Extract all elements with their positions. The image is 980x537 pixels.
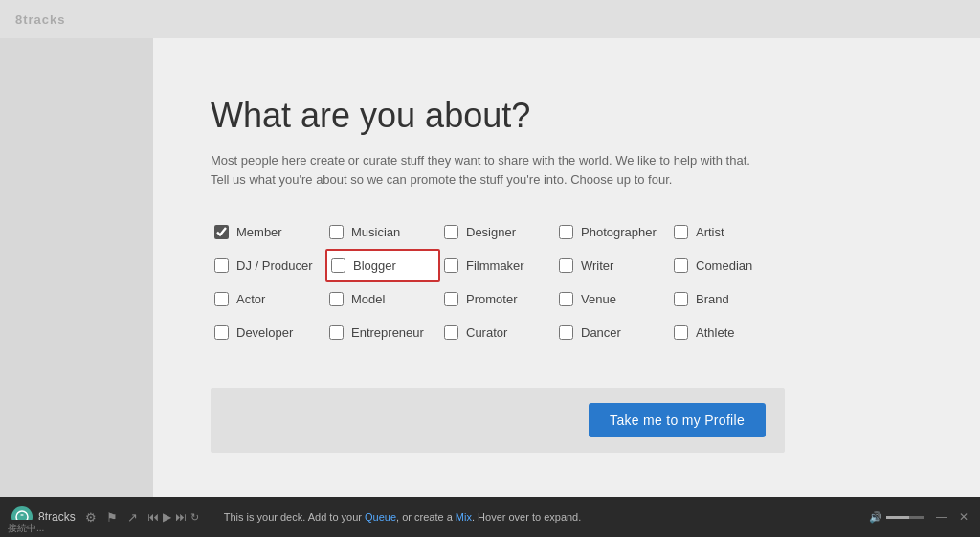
checkbox-label-member: Member [236, 225, 282, 239]
checkbox-label-curator: Curator [466, 325, 507, 340]
checkbox-item-member[interactable]: Member [211, 215, 325, 249]
close-icon[interactable]: ✕ [959, 510, 969, 524]
checkbox-musician[interactable] [329, 225, 344, 239]
checkbox-dancer[interactable] [559, 325, 573, 340]
checkbox-entrepreneur[interactable] [329, 325, 344, 340]
checkbox-item-musician[interactable]: Musician [325, 215, 440, 249]
checkbox-item-curator[interactable]: Curator [440, 316, 555, 349]
volume-control[interactable]: 🔊 [869, 511, 924, 524]
taskbar-text: This is your deck. Add to your Queue, or… [224, 511, 859, 523]
checkbox-item-filmmaker[interactable]: Filmmaker [440, 249, 555, 282]
checkbox-label-musician: Musician [351, 225, 400, 239]
checkbox-label-dancer: Dancer [581, 325, 621, 340]
checkbox-model[interactable] [329, 292, 344, 306]
checkbox-label-artist: Artist [696, 225, 724, 239]
checkbox-filmmaker[interactable] [444, 258, 458, 273]
next-button[interactable]: ⏭ [175, 510, 187, 524]
checkbox-actor[interactable] [214, 292, 229, 306]
checkbox-item-venue[interactable]: Venue [555, 282, 670, 316]
minimize-icon[interactable]: — [936, 510, 947, 524]
taskbar-controls: ⚙ ⚑ ↗ [85, 510, 138, 525]
checkbox-label-entrepreneur: Entrepreneur [351, 325, 424, 340]
flag-icon[interactable]: ⚑ [106, 510, 118, 525]
checkbox-label-model: Model [351, 292, 385, 306]
settings-icon[interactable]: ⚙ [85, 510, 97, 525]
checkbox-item-writer[interactable]: Writer [555, 249, 670, 282]
checkbox-item-designer[interactable]: Designer [440, 215, 555, 249]
checkbox-label-dj-producer: DJ / Producer [236, 258, 312, 273]
checkbox-blogger[interactable] [331, 258, 345, 273]
checkbox-label-developer: Developer [236, 325, 293, 340]
checkbox-comedian[interactable] [674, 258, 688, 273]
top-bar: 8tracks [0, 0, 980, 38]
checkbox-label-filmmaker: Filmmaker [466, 258, 524, 273]
checkbox-writer[interactable] [559, 258, 573, 273]
checkbox-label-blogger: Blogger [353, 258, 396, 273]
transport-controls: ⏮ ▶ ⏭ ↻ [147, 510, 199, 524]
checkbox-photographer[interactable] [559, 225, 573, 239]
checkbox-label-comedian: Comedian [696, 258, 752, 273]
checkbox-item-entrepreneur[interactable]: Entrepreneur [325, 316, 440, 349]
app-logo: 8tracks [15, 12, 66, 27]
volume-icon: 🔊 [869, 511, 882, 524]
deck-text: This is your deck. Add to your [224, 511, 365, 523]
checkbox-member[interactable] [214, 225, 229, 239]
checkbox-label-actor: Actor [236, 292, 265, 306]
checkbox-developer[interactable] [214, 325, 229, 340]
checkbox-curator[interactable] [444, 325, 458, 340]
status-text: 接続中... [0, 520, 52, 537]
checkbox-item-blogger[interactable]: Blogger [325, 249, 440, 282]
checkbox-label-brand: Brand [696, 292, 729, 306]
checkbox-athlete[interactable] [674, 325, 688, 340]
sidebar [0, 38, 153, 497]
checkbox-item-developer[interactable]: Developer [211, 316, 325, 349]
taskbar: 8tracks ⚙ ⚑ ↗ ⏮ ▶ ⏭ ↻ This is your deck.… [0, 497, 980, 537]
taskbar-right: 🔊 — ✕ [869, 510, 969, 524]
checkbox-dj-producer[interactable] [214, 258, 229, 273]
action-bar: Take me to my Profile [211, 388, 785, 453]
checkbox-label-photographer: Photographer [581, 225, 657, 239]
checkbox-brand[interactable] [674, 292, 688, 306]
checkbox-item-photographer[interactable]: Photographer [555, 215, 670, 249]
mix-link[interactable]: Mix [456, 511, 472, 523]
checkbox-label-promoter: Promoter [466, 292, 517, 306]
checkbox-grid: MemberMusicianDesignerPhotographerArtist… [211, 215, 785, 349]
checkbox-item-actor[interactable]: Actor [211, 282, 325, 316]
repeat-button[interactable]: ↻ [190, 511, 199, 524]
end-text: . Hover over to expand. [472, 511, 581, 523]
checkbox-designer[interactable] [444, 225, 458, 239]
checkbox-artist[interactable] [674, 225, 688, 239]
main-content: What are you about? Most people here cre… [153, 38, 980, 497]
checkbox-item-brand[interactable]: Brand [670, 282, 785, 316]
checkbox-promoter[interactable] [444, 292, 458, 306]
checkbox-item-model[interactable]: Model [325, 282, 440, 316]
checkbox-venue[interactable] [559, 292, 573, 306]
checkbox-item-dancer[interactable]: Dancer [555, 316, 670, 349]
page-title: What are you about? [211, 96, 942, 136]
page-description: Most people here create or curate stuff … [211, 151, 766, 189]
checkbox-label-writer: Writer [581, 258, 613, 273]
checkbox-item-comedian[interactable]: Comedian [670, 249, 785, 282]
checkbox-item-promoter[interactable]: Promoter [440, 282, 555, 316]
share-icon[interactable]: ↗ [127, 510, 138, 525]
checkbox-label-athlete: Athlete [696, 325, 734, 340]
queue-link[interactable]: Queue [365, 511, 396, 523]
checkbox-item-artist[interactable]: Artist [670, 215, 785, 249]
prev-button[interactable]: ⏮ [147, 510, 159, 524]
checkbox-label-venue: Venue [581, 292, 616, 306]
checkbox-label-designer: Designer [466, 225, 516, 239]
checkbox-item-dj-producer[interactable]: DJ / Producer [211, 249, 325, 282]
middle-text: , or create a [396, 511, 456, 523]
play-button[interactable]: ▶ [163, 510, 171, 524]
checkbox-item-athlete[interactable]: Athlete [670, 316, 785, 349]
profile-button[interactable]: Take me to my Profile [589, 403, 766, 437]
volume-fill [886, 516, 909, 519]
volume-bar [886, 516, 924, 519]
